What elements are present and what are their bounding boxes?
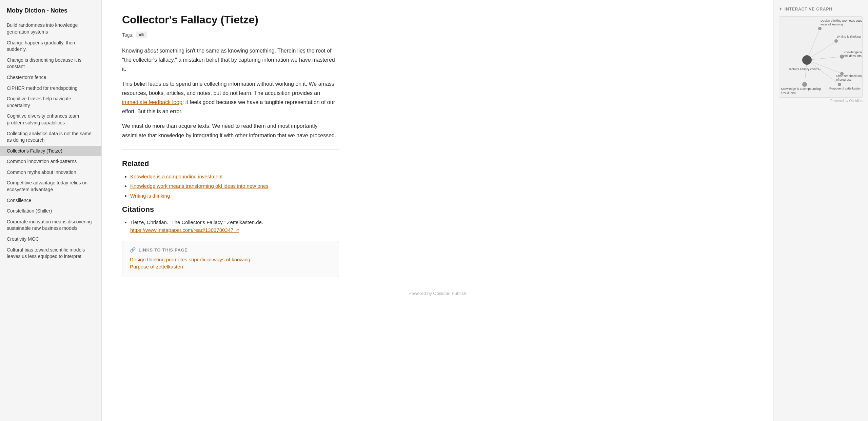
citation-text: Tietze, Christian. "The Collector's Fall…	[130, 219, 263, 233]
sidebar-item-consilience[interactable]: Consilience	[0, 195, 101, 206]
page-title: Collector's Fallacy (Tietze)	[122, 14, 753, 26]
links-to-page-header: 🔗 LINKS TO THIS PAGE	[130, 247, 331, 253]
main-content: Collector's Fallacy (Tietze) Tags: #lit …	[102, 0, 773, 421]
graph-node-n6	[802, 82, 807, 87]
graph-title: INTERACTIVE GRAPH	[785, 7, 832, 12]
sidebar-item-constellation[interactable]: Constellation (Shiller)	[0, 206, 101, 217]
sidebar-item-collecting-analytics[interactable]: Collecting analytics data is not the sam…	[0, 128, 101, 146]
graph-container[interactable]: Design thinking promotes superficialways…	[779, 16, 863, 98]
related-item-rl2: Knowledge work means transforming old id…	[130, 182, 753, 190]
citations-list: Tietze, Christian. "The Collector's Fall…	[122, 219, 753, 234]
sidebar-item-collectors-fallacy[interactable]: Collector's Fallacy (Tietze)	[0, 146, 101, 157]
sidebar-item-creativity-moc[interactable]: Creativity MOC	[0, 234, 101, 245]
powered-by: Powered by Obsidian Publish	[122, 291, 753, 303]
svg-text:Knowledge work means transform: Knowledge work means transformin	[844, 51, 863, 54]
sidebar-item-change-disorienting[interactable]: Change is disorienting because it is con…	[0, 55, 101, 72]
related-link-rl3[interactable]: Writing is thinking	[130, 193, 170, 199]
svg-line-2	[807, 57, 842, 60]
svg-text:Short feedback loops distort o: Short feedback loops distort our ser	[836, 74, 863, 78]
sidebar: Moby Diction - Notes Build randomness in…	[0, 0, 102, 421]
citation-item: Tietze, Christian. "The Collector's Fall…	[130, 219, 753, 234]
graph-node-n2	[834, 39, 838, 43]
tag-lit: #lit	[136, 32, 147, 38]
sidebar-item-cipher-method[interactable]: CIPHER method for trendspotting	[0, 83, 101, 94]
article-body: Knowing about something isn't the same a…	[122, 46, 339, 140]
sidebar-item-cultural-bias[interactable]: Cultural bias toward scientific models l…	[0, 245, 101, 262]
expand-icon[interactable]: ⤢	[857, 19, 860, 23]
svg-text:old ideas into new ones: old ideas into new ones	[844, 54, 863, 58]
sidebar-item-change-gradually[interactable]: Change happens gradually, then suddenly.	[0, 38, 101, 55]
paragraph-1: Knowing about something isn't the same a…	[122, 46, 339, 74]
feedback-loop-link[interactable]: immediate feedback loop	[122, 99, 182, 105]
sidebar-item-chesterton-fence[interactable]: Chesterton's fence	[0, 72, 101, 83]
graph-node-n7	[838, 83, 841, 86]
sidebar-item-corporate-innovation[interactable]: Corporate innovation means discovering s…	[0, 217, 101, 234]
svg-line-5	[807, 60, 840, 84]
tags-row: Tags: #lit	[122, 32, 753, 38]
citation-link[interactable]: https://www.instapaper.com/read/13037803…	[130, 227, 239, 233]
sidebar-item-cognitive-biases[interactable]: Cognitive biases help navigate uncertain…	[0, 94, 101, 111]
graph-node-n4	[802, 55, 812, 65]
sidebar-item-cognitive-diversity[interactable]: Cognitive diversity enhances team proble…	[0, 111, 101, 128]
related-heading: Related	[122, 159, 753, 168]
links-to-page-box: 🔗 LINKS TO THIS PAGE Design thinking pro…	[122, 241, 339, 277]
graph-node-n1	[818, 27, 822, 30]
svg-text:Writing is thinking: Writing is thinking	[837, 35, 861, 38]
svg-line-3	[807, 60, 842, 74]
svg-text:Design thinking promotes super: Design thinking promotes superficial	[821, 19, 863, 22]
sidebar-item-common-innovation[interactable]: Common innovation anti-patterns	[0, 156, 101, 167]
svg-text:Knowledge is a compounding: Knowledge is a compounding	[781, 87, 821, 91]
chain-icon: 🔗	[130, 247, 136, 253]
svg-text:of progress: of progress	[836, 78, 852, 81]
sidebar-item-competitive-advantage[interactable]: Competitive advantage today relies on ec…	[0, 178, 101, 195]
links-to-page-title: LINKS TO THIS PAGE	[139, 247, 188, 253]
sidebar-items: Build randomness into knowledge generati…	[0, 20, 101, 262]
svg-text:investment: investment	[781, 91, 796, 94]
tags-label: Tags:	[122, 32, 133, 38]
graph-header: ✦ INTERACTIVE GRAPH	[779, 7, 863, 12]
sidebar-item-build-randomness[interactable]: Build randomness into knowledge generati…	[0, 20, 101, 37]
svg-line-1	[807, 41, 836, 60]
content-divider	[122, 149, 339, 150]
related-link-rl1[interactable]: Knowledge is a compounding investment	[130, 174, 223, 179]
graph-icon: ✦	[779, 7, 783, 12]
svg-line-0	[807, 28, 820, 60]
svg-text:lector's Fallacy (Tietze): lector's Fallacy (Tietze)	[789, 67, 821, 71]
related-item-rl1: Knowledge is a compounding investment	[130, 173, 753, 181]
svg-text:ways of knowing: ways of knowing	[820, 23, 843, 26]
backlink-zettelkasten[interactable]: Purpose of zettelkasten	[130, 264, 331, 269]
graph-panel: ✦ INTERACTIVE GRAPH Design thinking prom…	[773, 0, 868, 421]
sidebar-title: Moby Diction - Notes	[0, 7, 101, 20]
related-item-rl3: Writing is thinking	[130, 192, 753, 200]
backlink-design-thinking[interactable]: Design thinking promotes superficial way…	[130, 257, 331, 262]
svg-text:Purpose of zettelkasten: Purpose of zettelkasten	[829, 87, 861, 90]
paragraph-3: We must do more than acquire texts. We n…	[122, 121, 339, 140]
sidebar-item-common-myths[interactable]: Common myths about innovation	[0, 167, 101, 178]
related-link-rl2[interactable]: Knowledge work means transforming old id…	[130, 183, 269, 189]
citations-heading: Citations	[122, 205, 753, 214]
powered-obsidian: Powered by Obsidian	[779, 99, 863, 103]
paragraph-2: This belief leads us to spend time colle…	[122, 79, 339, 116]
related-list: Knowledge is a compounding investmentKno…	[122, 173, 753, 200]
